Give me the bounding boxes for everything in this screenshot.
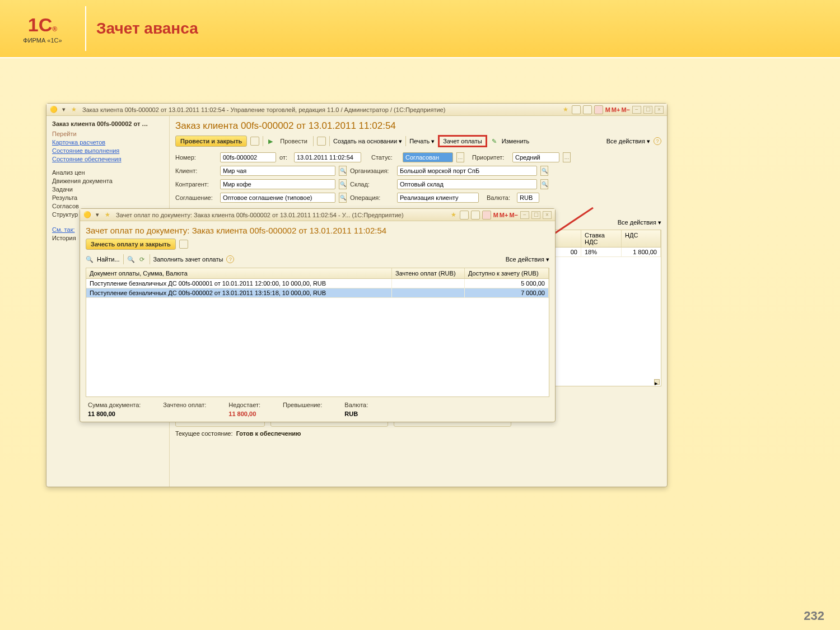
th-vat-rate[interactable]: Ставка НДС bbox=[581, 230, 622, 247]
sidebar-plain-3[interactable]: Результа bbox=[52, 194, 164, 201]
sidebar-plain-1[interactable]: Движения документа bbox=[52, 178, 164, 184]
org-lookup-icon[interactable]: 🔍 bbox=[540, 166, 548, 176]
fill-offset-button[interactable]: Заполнить зачет оплаты bbox=[153, 256, 223, 263]
m-btn[interactable]: M bbox=[493, 212, 498, 218]
star-icon[interactable]: ★ bbox=[70, 106, 78, 114]
slide-title: Зачет аванса bbox=[96, 20, 198, 38]
warehouse-input[interactable]: Оптовый склад bbox=[397, 179, 537, 189]
tool-icon-2[interactable] bbox=[471, 211, 480, 220]
m-minus-btn[interactable]: M− bbox=[509, 212, 518, 218]
date-label: от: bbox=[279, 154, 291, 161]
overlay-titlebar-text: Зачет оплат по документу: Заказ клиента … bbox=[116, 212, 404, 218]
contragent-lookup-icon[interactable]: 🔍 bbox=[339, 179, 347, 189]
dropdown-icon[interactable]: ▾ bbox=[60, 106, 68, 114]
help-icon[interactable]: ? bbox=[226, 255, 234, 263]
operation-input[interactable]: Реализация клиенту bbox=[397, 193, 479, 203]
favorite-icon[interactable]: ★ bbox=[450, 211, 458, 219]
change-button[interactable]: Изменить bbox=[502, 138, 530, 144]
contragent-label: Контрагент: bbox=[175, 181, 217, 188]
separator bbox=[313, 136, 314, 146]
th-vat[interactable]: НДС bbox=[622, 230, 661, 247]
th-available[interactable]: Доступно к зачету (RUB) bbox=[465, 268, 549, 278]
sidebar-link-card[interactable]: Карточка расчетов bbox=[52, 139, 164, 146]
status-lookup-icon[interactable]: … bbox=[456, 152, 464, 162]
offset-payment-button[interactable]: Зачет оплаты bbox=[443, 138, 482, 144]
offset-close-button[interactable]: Зачесть оплату и закрыть bbox=[86, 239, 176, 250]
priority-lookup-icon[interactable]: … bbox=[563, 152, 571, 162]
payment-row[interactable]: Поступление безналичных ДС 00fs-000002 о… bbox=[86, 288, 549, 298]
print-button[interactable]: Печать ▾ bbox=[409, 138, 435, 145]
overlay-all-actions[interactable]: Все действия ▾ bbox=[506, 256, 549, 263]
overlay-titlebar[interactable]: 🟡 ▾ ★ Зачет оплат по документу: Заказ кл… bbox=[80, 209, 555, 221]
favorite-icon[interactable]: ★ bbox=[562, 106, 570, 114]
number-input[interactable]: 00fs-000002 bbox=[220, 152, 276, 162]
sidebar-plain-0[interactable]: Анализ цен bbox=[52, 169, 164, 176]
calc-icon[interactable] bbox=[594, 105, 603, 114]
grid-all-actions[interactable]: Все действия ▾ bbox=[618, 219, 661, 226]
help-icon[interactable]: ? bbox=[654, 137, 661, 145]
priority-select[interactable]: Средний bbox=[512, 152, 559, 162]
create-on-button[interactable]: Создать на основании ▾ bbox=[333, 138, 402, 145]
org-input[interactable]: Большой морской порт СпБ bbox=[397, 166, 537, 176]
currency-label: Валюта: bbox=[487, 194, 514, 201]
m-plus-btn[interactable]: M+ bbox=[612, 106, 620, 113]
calc-icon[interactable] bbox=[482, 211, 491, 220]
td-offset bbox=[392, 288, 465, 297]
status-line-value: Готов к обеспечению bbox=[236, 430, 301, 437]
overlay-footer: Сумма документа: 11 800,00 Зачтено оплат… bbox=[86, 397, 549, 417]
list-icon[interactable] bbox=[317, 137, 326, 146]
separator bbox=[329, 136, 330, 146]
close-button[interactable]: × bbox=[655, 106, 664, 114]
sidebar-link-exec[interactable]: Состояние выполнения bbox=[52, 147, 164, 154]
client-lookup-icon[interactable]: 🔍 bbox=[339, 166, 347, 176]
edit-icon: ✎ bbox=[491, 137, 498, 145]
tool-icon-1[interactable] bbox=[572, 105, 581, 114]
save-icon[interactable] bbox=[179, 240, 188, 249]
status-line: Текущее состояние: Готов к обеспечению bbox=[175, 430, 661, 437]
main-titlebar[interactable]: 🟡 ▾ ★ Заказ клиента 00fs-000002 от 13.01… bbox=[46, 104, 667, 116]
th-doc[interactable]: Документ оплаты, Сумма, Валюта bbox=[86, 268, 392, 278]
post-close-button[interactable]: Провести и закрыть bbox=[175, 136, 247, 147]
toolbar: Провести и закрыть ▶ Провести Создать на… bbox=[175, 135, 661, 147]
post-button[interactable]: Провести bbox=[278, 138, 310, 144]
sidebar-plain-2[interactable]: Задачи bbox=[52, 186, 164, 193]
sidebar-header: Заказ клиента 00fs-000002 от … bbox=[52, 120, 164, 127]
sidebar-go: Перейти bbox=[52, 130, 164, 137]
m-plus-btn[interactable]: M+ bbox=[500, 212, 508, 218]
number-label: Номер: bbox=[175, 154, 217, 161]
memory-buttons: M M+ M− bbox=[493, 212, 518, 218]
close-button[interactable]: × bbox=[543, 211, 552, 219]
refresh-icon[interactable]: ⟳ bbox=[138, 255, 146, 263]
currency-input[interactable]: RUB bbox=[517, 193, 539, 203]
maximize-button[interactable]: ☐ bbox=[643, 106, 652, 114]
th-offset[interactable]: Зачтено оплат (RUB) bbox=[392, 268, 465, 278]
all-actions-button[interactable]: Все действия ▾ bbox=[606, 138, 650, 145]
date-input[interactable]: 13.01.2011 11:02:54 bbox=[294, 152, 361, 162]
payment-row[interactable]: Поступление безналичных ДС 00fs-000001 о… bbox=[86, 279, 549, 288]
sidebar-link-supply[interactable]: Состояние обеспечения bbox=[52, 156, 164, 162]
td-doc: Поступление безналичных ДС 00fs-000001 о… bbox=[86, 279, 392, 288]
td-vat: 1 800,00 bbox=[622, 248, 661, 256]
warehouse-lookup-icon[interactable]: 🔍 bbox=[540, 179, 548, 189]
clear-filter-icon[interactable]: 🔍 bbox=[127, 255, 135, 263]
payments-table: Документ оплаты, Сумма, Валюта Зачтено о… bbox=[86, 268, 549, 397]
minimize-button[interactable]: − bbox=[520, 211, 529, 219]
minimize-button[interactable]: − bbox=[632, 106, 641, 114]
agreement-input[interactable]: Оптовое соглашение (типовое) bbox=[220, 193, 335, 203]
star-icon[interactable]: ★ bbox=[104, 211, 111, 219]
find-button[interactable]: Найти... bbox=[97, 256, 120, 263]
client-input[interactable]: Мир чая bbox=[220, 166, 335, 176]
slide-body: 🟡 ▾ ★ Заказ клиента 00fs-000002 от 13.01… bbox=[0, 58, 840, 630]
tool-icon-1[interactable] bbox=[460, 211, 469, 220]
dropdown-icon[interactable]: ▾ bbox=[94, 211, 101, 219]
m-minus-btn[interactable]: M− bbox=[621, 106, 630, 113]
app-logo-icon: 🟡 bbox=[50, 106, 58, 114]
save-icon[interactable] bbox=[250, 137, 259, 146]
status-select[interactable]: Согласован bbox=[403, 152, 453, 162]
contragent-input[interactable]: Мир кофе bbox=[220, 179, 335, 189]
m-btn[interactable]: M bbox=[605, 106, 610, 113]
agreement-lookup-icon[interactable]: 🔍 bbox=[339, 193, 347, 203]
tool-icon-2[interactable] bbox=[583, 105, 592, 114]
maximize-button[interactable]: ☐ bbox=[531, 211, 540, 219]
scroll-right-icon[interactable]: ▸ bbox=[654, 379, 660, 385]
